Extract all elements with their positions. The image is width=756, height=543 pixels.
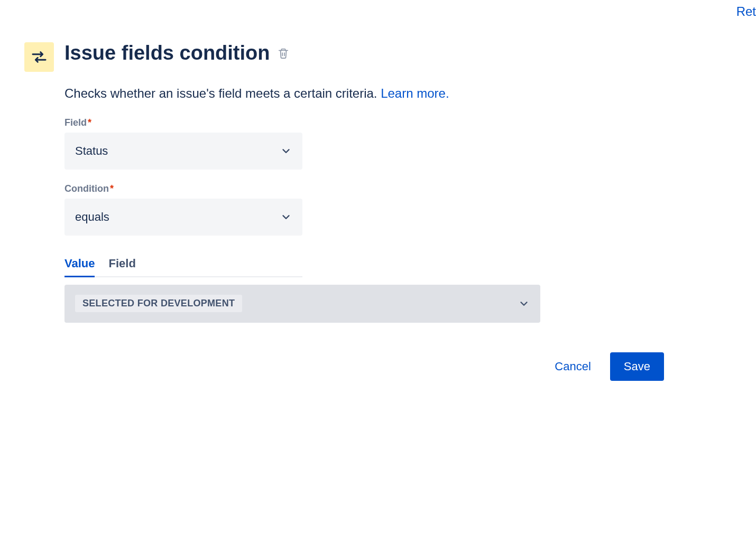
description: Checks whether an issue's field meets a … [64,85,642,102]
tabs: Value Field [64,257,302,277]
required-asterisk: * [110,183,114,194]
page-title: Issue fields condition [64,42,270,64]
field-label: Field* [64,117,642,128]
condition-select-value: equals [75,210,109,224]
value-select[interactable]: SELECTED FOR DEVELOPMENT [64,285,540,323]
chevron-down-icon [280,211,292,223]
chevron-down-icon [518,298,530,310]
cancel-button[interactable]: Cancel [550,353,595,380]
tab-field[interactable]: Field [108,257,135,277]
field-select-value: Status [75,144,108,158]
delete-icon[interactable] [278,48,289,59]
condition-label: Condition* [64,183,642,194]
field-select[interactable]: Status [64,133,302,170]
value-chip: SELECTED FOR DEVELOPMENT [75,295,242,312]
chevron-down-icon [280,145,292,157]
top-right-link[interactable]: Ret [736,4,756,19]
save-button[interactable]: Save [610,352,664,381]
learn-more-link[interactable]: Learn more. [381,86,449,100]
condition-select[interactable]: equals [64,199,302,236]
required-asterisk: * [88,117,91,128]
condition-icon [24,42,54,72]
description-text: Checks whether an issue's field meets a … [64,86,381,100]
tab-value[interactable]: Value [64,257,95,277]
